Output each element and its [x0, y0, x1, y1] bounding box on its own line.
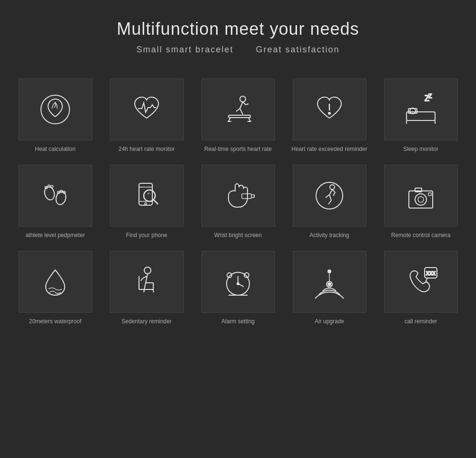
sleep-icon: Z Z: [402, 90, 440, 129]
svg-line-2: [240, 102, 243, 109]
svg-point-13: [328, 112, 330, 114]
heat-calculation-label: Heat calculation: [35, 145, 75, 153]
icon-box-activity: [293, 165, 367, 227]
feature-pedometer: athlete level pedpmeter: [10, 160, 101, 246]
svg-line-3: [236, 109, 240, 111]
sports-heart-label: Real-time sports heart rate: [204, 145, 272, 153]
feature-heart-rate: 24h heart rate monitor: [101, 74, 192, 160]
svg-text:XXX: XXX: [426, 271, 436, 276]
subtitle: Small smart bracelet Great satisfaction: [117, 45, 359, 55]
wrist-screen-label: Wrist bright screen: [214, 231, 262, 239]
sleep-label: Sleep monitor: [403, 145, 438, 153]
svg-point-67: [328, 283, 331, 286]
feature-call: XXX call reminder: [375, 246, 466, 332]
svg-line-9: [248, 118, 250, 121]
icon-box-air: [293, 251, 367, 313]
feature-sleep: Z Z Sleep monitor: [375, 74, 466, 160]
sedentary-icon: [128, 263, 166, 301]
features-grid: Heat calculation 24h heart rate monitor: [10, 74, 466, 332]
svg-line-4: [240, 109, 243, 114]
svg-point-69: [328, 270, 331, 273]
waterproof-icon: [36, 263, 74, 301]
svg-line-57: [144, 283, 146, 292]
alarm-icon: [219, 263, 257, 301]
feature-sports-heart: Real-time sports heart rate: [192, 74, 284, 160]
svg-line-46: [332, 189, 335, 192]
svg-line-42: [329, 189, 332, 195]
sports-heart-icon: [219, 90, 257, 129]
svg-line-34: [154, 200, 158, 204]
svg-line-45: [328, 200, 331, 204]
activity-label: Activity tracking: [309, 231, 349, 239]
icon-box-waterproof: [19, 251, 92, 313]
feature-heat-calculation: Heat calculation: [10, 74, 101, 160]
heart-exceeded-label: Heart rate exceeded reminder: [291, 145, 367, 153]
svg-line-5: [243, 102, 246, 105]
camera-label: Remote control camera: [391, 231, 451, 239]
icon-box-exceeded: [293, 79, 367, 140]
heart-rate-icon: [128, 90, 166, 129]
pedometer-label: athlete level pedpmeter: [26, 231, 85, 239]
icon-box-alarm: [201, 251, 275, 313]
feature-activity: Activity tracking: [284, 160, 375, 246]
svg-line-6: [246, 104, 248, 105]
icon-box-sleep: Z Z: [384, 79, 458, 140]
svg-point-32: [145, 203, 147, 205]
alarm-label: Alarm setting: [221, 318, 255, 326]
icon-box-find-phone: [110, 165, 184, 227]
svg-text:Z: Z: [428, 93, 432, 100]
activity-icon: [310, 177, 348, 215]
feature-find-phone: Find your phone: [101, 160, 192, 246]
heart-rate-label: 24h heart rate monitor: [119, 145, 175, 153]
svg-rect-7: [228, 115, 250, 118]
subtitle-part2: Great satisfaction: [256, 45, 340, 54]
svg-rect-36: [242, 194, 251, 199]
svg-point-25: [51, 185, 53, 188]
svg-point-49: [415, 194, 426, 205]
feature-camera: Remote control camera: [375, 160, 466, 246]
air-upgrade-label: Air upgrade: [315, 318, 344, 326]
icon-box-heat: [19, 79, 92, 140]
feature-sedentary: Sedentary reminder: [101, 246, 192, 332]
svg-point-50: [418, 197, 424, 202]
icon-box-heart-rate: [110, 79, 184, 140]
heart-exceeded-icon: [310, 90, 348, 129]
air-upgrade-icon: [310, 263, 348, 301]
svg-line-8: [228, 118, 230, 121]
header: Multifunction meet your needs Small smar…: [117, 19, 359, 55]
call-icon: XXX: [402, 263, 440, 301]
camera-icon: [402, 177, 440, 215]
svg-line-43: [326, 195, 329, 198]
svg-line-35: [148, 193, 149, 194]
icon-box-camera: [384, 165, 458, 227]
svg-point-65: [237, 283, 239, 285]
feature-wrist-screen: Wrist bright screen: [192, 160, 284, 246]
pedometer-icon: [36, 177, 74, 215]
svg-line-47: [333, 192, 335, 196]
find-phone-icon: [128, 177, 166, 215]
feature-waterproof: 20meters waterproof: [10, 246, 101, 332]
feature-alarm: Alarm setting: [192, 246, 284, 332]
main-title: Multifunction meet your needs: [117, 19, 359, 39]
wrist-screen-icon: [219, 177, 257, 215]
icon-box-sports: [201, 79, 275, 140]
heat-calculation-icon: [36, 90, 74, 129]
waterproof-label: 20meters waterproof: [29, 318, 81, 326]
svg-point-33: [144, 190, 155, 201]
icon-box-call: XXX: [384, 251, 458, 313]
feature-air-upgrade: Air upgrade: [284, 246, 375, 332]
subtitle-part1: Small smart bracelet: [136, 45, 233, 54]
svg-rect-52: [428, 193, 431, 196]
svg-point-53: [144, 267, 151, 274]
svg-point-1: [240, 96, 246, 102]
svg-line-44: [329, 195, 331, 200]
icon-box-pedometer: [19, 165, 92, 227]
call-label: call reminder: [405, 318, 437, 326]
svg-point-41: [330, 185, 335, 189]
find-phone-label: Find your phone: [126, 231, 168, 239]
icon-box-sedentary: [110, 251, 184, 313]
sedentary-label: Sedentary reminder: [121, 318, 171, 326]
feature-heart-exceeded: Heart rate exceeded reminder: [284, 74, 375, 160]
icon-box-wrist: [201, 165, 275, 227]
svg-point-24: [48, 185, 50, 187]
